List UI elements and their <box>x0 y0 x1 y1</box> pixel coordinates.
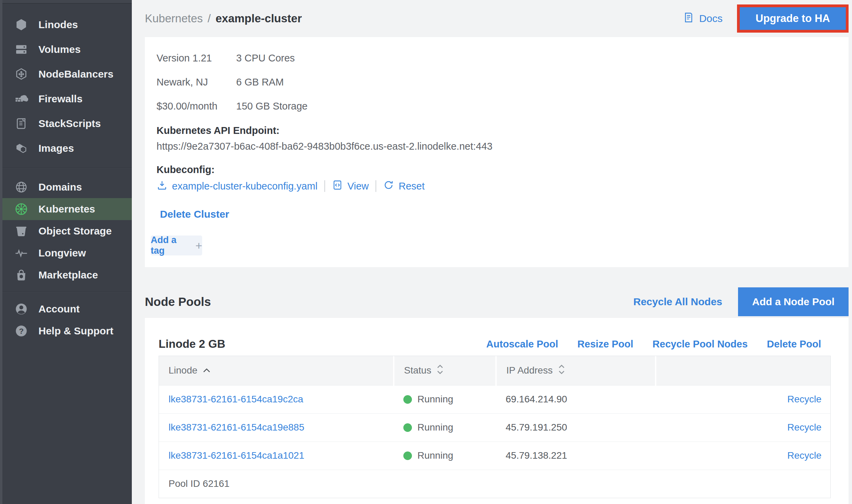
sidebar-item-label: Linodes <box>38 19 78 31</box>
sidebar-item-label: Help & Support <box>38 325 113 337</box>
account-icon <box>12 302 30 316</box>
column-label: Status <box>404 365 431 376</box>
table-row: lke38731-62161-6154ca19c2ca Running 69.1… <box>159 385 830 413</box>
recycle-node-link[interactable]: Recycle <box>787 422 821 433</box>
pulse-icon <box>12 246 30 260</box>
page-header: Kubernetes / example-cluster Docs Upgrad… <box>145 0 849 37</box>
nodes-table: Linode Status <box>159 356 831 498</box>
svg-text:?: ? <box>19 327 24 335</box>
sidebar-item-nodebalancers[interactable]: NodeBalancers <box>0 62 132 87</box>
stackscript-icon <box>12 117 30 130</box>
sidebar-item-label: Longview <box>38 247 86 259</box>
divider <box>376 180 376 192</box>
cluster-ram: 6 GB RAM <box>236 70 835 94</box>
recycle-node-link[interactable]: Recycle <box>787 450 821 461</box>
sort-both-icon <box>436 363 444 378</box>
recycle-pool-nodes-link[interactable]: Recycle Pool Nodes <box>653 339 748 350</box>
recycle-all-nodes-link[interactable]: Recycle All Nodes <box>633 296 722 308</box>
reset-icon <box>383 180 394 193</box>
breadcrumb-kubernetes-link[interactable]: Kubernetes <box>145 12 203 25</box>
sidebar-item-label: Account <box>38 303 80 315</box>
sidebar: Linodes Volumes NodeBalancers Firewalls <box>0 0 132 504</box>
cluster-price: $30.00/month <box>157 94 236 118</box>
status-running-dot <box>403 395 412 404</box>
sidebar-item-object-storage[interactable]: Object Storage <box>0 220 132 242</box>
sidebar-item-account[interactable]: Account <box>0 298 132 320</box>
autoscale-pool-link[interactable]: Autoscale Pool <box>486 339 559 350</box>
add-tag-button[interactable]: Add a tag + <box>151 236 202 255</box>
delete-cluster-link[interactable]: Delete Cluster <box>160 207 229 221</box>
cluster-cpu: 3 CPU Cores <box>236 46 835 70</box>
sidebar-item-label: Kubernetes <box>38 203 95 215</box>
pool-header: Linode 2 GB Autoscale Pool Resize Pool R… <box>159 333 831 355</box>
help-icon: ? <box>12 324 30 338</box>
sidebar-divider <box>0 292 132 292</box>
ip-address: 45.79.191.250 <box>496 413 656 442</box>
kubeconfig-reset-link[interactable]: Reset <box>383 180 425 193</box>
status-label: Running <box>417 394 453 405</box>
cluster-summary-card: Version 1.21 3 CPU Cores Newark, NJ 6 GB… <box>145 37 849 267</box>
sort-asc-icon <box>202 365 211 376</box>
sidebar-item-label: Marketplace <box>38 269 98 281</box>
pool-actions: Autoscale Pool Resize Pool Recycle Pool … <box>486 339 821 350</box>
column-header-ip-address[interactable]: IP Address <box>496 356 656 385</box>
sidebar-item-volumes[interactable]: Volumes <box>0 37 132 62</box>
docs-link[interactable]: Docs <box>683 12 723 26</box>
kubeconfig-download-link[interactable]: example-cluster-kubeconfig.yaml <box>157 180 318 193</box>
node-link[interactable]: lke38731-62161-6154ca19e885 <box>169 422 304 433</box>
kubeconfig-reset-label: Reset <box>399 181 425 192</box>
column-label: Linode <box>169 365 197 376</box>
ip-address: 69.164.214.90 <box>496 385 656 413</box>
kubeconfig-filename: example-cluster-kubeconfig.yaml <box>172 181 318 192</box>
breadcrumb-separator: / <box>208 12 211 25</box>
docs-icon <box>683 12 694 26</box>
add-tag-label: Add a tag <box>151 235 190 256</box>
globe-icon <box>12 180 30 194</box>
kubeconfig-actions: example-cluster-kubeconfig.yaml View Res… <box>157 179 835 194</box>
node-pools-header: Node Pools Recycle All Nodes Add a Node … <box>145 287 849 317</box>
table-header-row: Linode Status <box>159 356 830 385</box>
status-label: Running <box>417 422 453 433</box>
column-label: IP Address <box>506 365 553 376</box>
sidebar-item-label: Object Storage <box>38 225 112 237</box>
cluster-version: Version 1.21 <box>157 46 236 70</box>
sidebar-item-help-support[interactable]: ? Help & Support <box>0 320 132 342</box>
sidebar-item-firewalls[interactable]: Firewalls <box>0 87 132 111</box>
kubeconfig-label: Kubeconfig: <box>157 163 835 176</box>
sidebar-item-images[interactable]: Images <box>0 136 132 161</box>
kubeconfig-view-label: View <box>347 181 369 192</box>
ip-address: 45.79.138.221 <box>496 442 656 470</box>
sidebar-item-longview[interactable]: Longview <box>0 242 132 264</box>
column-header-linode[interactable]: Linode <box>159 356 394 385</box>
sidebar-item-label: NodeBalancers <box>38 68 113 80</box>
sidebar-item-label: StackScripts <box>38 118 101 129</box>
cluster-storage: 150 GB Storage <box>236 94 835 118</box>
upgrade-to-ha-button[interactable]: Upgrade to HA <box>740 7 846 30</box>
sidebar-scrollbar[interactable] <box>0 0 2 504</box>
sidebar-nav: Linodes Volumes NodeBalancers Firewalls <box>0 4 132 342</box>
download-icon <box>157 180 168 193</box>
marketplace-bag-icon <box>12 268 30 282</box>
sidebar-item-stackscripts[interactable]: StackScripts <box>0 111 132 136</box>
sidebar-item-domains[interactable]: Domains <box>0 176 132 198</box>
node-link[interactable]: lke38731-62161-6154ca1a1021 <box>169 450 304 461</box>
images-icon <box>12 141 30 155</box>
resize-pool-link[interactable]: Resize Pool <box>577 339 633 350</box>
sidebar-item-linodes[interactable]: Linodes <box>0 12 132 37</box>
sidebar-item-kubernetes[interactable]: Kubernetes <box>0 198 132 220</box>
delete-pool-link[interactable]: Delete Pool <box>767 339 821 350</box>
column-header-status[interactable]: Status <box>394 356 496 385</box>
nodebalancer-icon <box>12 67 30 81</box>
breadcrumb: Kubernetes / example-cluster <box>145 12 302 25</box>
add-node-pool-button[interactable]: Add a Node Pool <box>738 287 849 316</box>
sidebar-divider <box>0 168 132 168</box>
breadcrumb-current: example-cluster <box>216 12 302 25</box>
node-link[interactable]: lke38731-62161-6154ca19c2ca <box>169 394 303 404</box>
sidebar-item-marketplace[interactable]: Marketplace <box>0 264 132 286</box>
firewall-icon <box>12 92 30 106</box>
main-content: Kubernetes / example-cluster Docs Upgrad… <box>132 0 852 504</box>
status-label: Running <box>417 450 453 461</box>
header-actions: Docs Upgrade to HA <box>683 4 849 33</box>
kubeconfig-view-link[interactable]: View <box>332 180 369 193</box>
recycle-node-link[interactable]: Recycle <box>787 394 821 404</box>
